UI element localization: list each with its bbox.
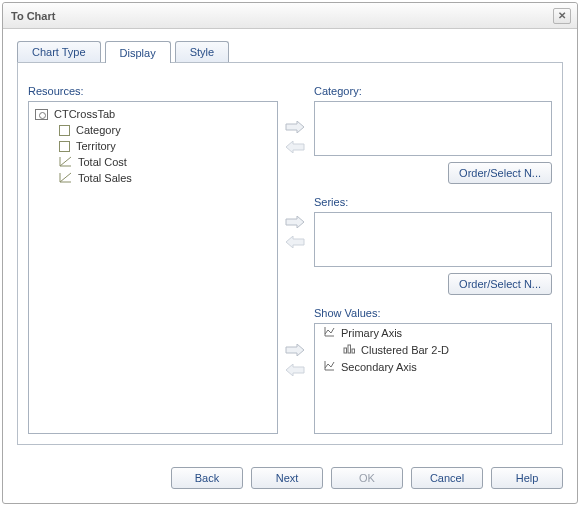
- tab-display[interactable]: Display: [105, 41, 171, 63]
- remove-from-values-button[interactable]: [284, 364, 306, 376]
- remove-from-category-button[interactable]: [284, 141, 306, 153]
- tree-item[interactable]: Total Cost: [33, 154, 273, 170]
- show-values-block: Show Values: Primary Axis: [314, 307, 552, 434]
- cancel-label: Cancel: [430, 472, 464, 484]
- tab-bar: Chart Type Display Style: [17, 41, 233, 63]
- measure-icon: [59, 156, 72, 169]
- axis-icon: [323, 326, 335, 339]
- crosstab-icon: [35, 109, 48, 120]
- svg-line-1: [60, 173, 71, 182]
- add-to-category-button[interactable]: [284, 121, 306, 133]
- cancel-button[interactable]: Cancel: [411, 467, 483, 489]
- tab-chart-type[interactable]: Chart Type: [17, 41, 101, 62]
- measure-icon: [59, 172, 72, 185]
- series-label: Series:: [314, 196, 552, 208]
- remove-from-series-button[interactable]: [284, 236, 306, 248]
- tree-root[interactable]: CTCrossTab: [33, 106, 273, 122]
- ok-button[interactable]: OK: [331, 467, 403, 489]
- tree-item-label: Total Sales: [78, 172, 132, 184]
- window-title: To Chart: [11, 10, 55, 22]
- list-item[interactable]: Secondary Axis: [315, 358, 551, 375]
- svg-rect-2: [344, 348, 347, 353]
- field-icon: [59, 125, 70, 136]
- dialog-window: To Chart ✕ Chart Type Display Style Reso…: [2, 2, 578, 504]
- resources-label: Resources:: [28, 85, 278, 97]
- help-button[interactable]: Help: [491, 467, 563, 489]
- titlebar: To Chart ✕: [3, 3, 577, 29]
- tree-item[interactable]: Territory: [33, 138, 273, 154]
- axis-icon: [323, 360, 335, 373]
- category-list[interactable]: [314, 101, 552, 156]
- dialog-button-bar: Back Next OK Cancel Help: [3, 467, 563, 489]
- content-panel: Resources: CTCrossTab Category: [17, 62, 563, 445]
- next-label: Next: [276, 472, 299, 484]
- back-label: Back: [195, 472, 219, 484]
- close-icon: ✕: [558, 10, 566, 21]
- tree-item-label: Territory: [76, 140, 116, 152]
- transfer-arrows: [278, 85, 314, 434]
- svg-rect-4: [352, 349, 355, 353]
- show-values-list[interactable]: Primary Axis Clustered Bar 2-D: [314, 323, 552, 434]
- bar-chart-icon: [343, 343, 355, 356]
- close-button[interactable]: ✕: [553, 8, 571, 24]
- series-block: Series: Order/Select N...: [314, 196, 552, 295]
- order-select-label: Order/Select N...: [459, 278, 541, 290]
- tree-item-label: Total Cost: [78, 156, 127, 168]
- list-item-label: Secondary Axis: [341, 361, 417, 373]
- tab-style-label: Style: [190, 46, 214, 58]
- add-to-values-button[interactable]: [284, 344, 306, 356]
- help-label: Help: [516, 472, 539, 484]
- tree-item[interactable]: Total Sales: [33, 170, 273, 186]
- list-item-label: Primary Axis: [341, 327, 402, 339]
- category-block: Category: Order/Select N...: [314, 85, 552, 184]
- list-item-label: Clustered Bar 2-D: [361, 344, 449, 356]
- back-button[interactable]: Back: [171, 467, 243, 489]
- ok-label: OK: [359, 472, 375, 484]
- series-list[interactable]: [314, 212, 552, 267]
- add-to-series-button[interactable]: [284, 216, 306, 228]
- category-order-select-button[interactable]: Order/Select N...: [448, 162, 552, 184]
- field-icon: [59, 141, 70, 152]
- tree-item[interactable]: Category: [33, 122, 273, 138]
- tab-display-label: Display: [120, 47, 156, 59]
- svg-rect-3: [348, 345, 351, 353]
- next-button[interactable]: Next: [251, 467, 323, 489]
- svg-line-0: [60, 157, 71, 166]
- list-item[interactable]: Primary Axis: [315, 324, 551, 341]
- order-select-label: Order/Select N...: [459, 167, 541, 179]
- list-item[interactable]: Clustered Bar 2-D: [315, 341, 551, 358]
- tree-root-label: CTCrossTab: [54, 108, 115, 120]
- show-values-label: Show Values:: [314, 307, 552, 319]
- resources-list[interactable]: CTCrossTab Category Territory: [28, 101, 278, 434]
- tree-item-label: Category: [76, 124, 121, 136]
- series-order-select-button[interactable]: Order/Select N...: [448, 273, 552, 295]
- category-label: Category:: [314, 85, 552, 97]
- tab-chart-type-label: Chart Type: [32, 46, 86, 58]
- tab-style[interactable]: Style: [175, 41, 229, 62]
